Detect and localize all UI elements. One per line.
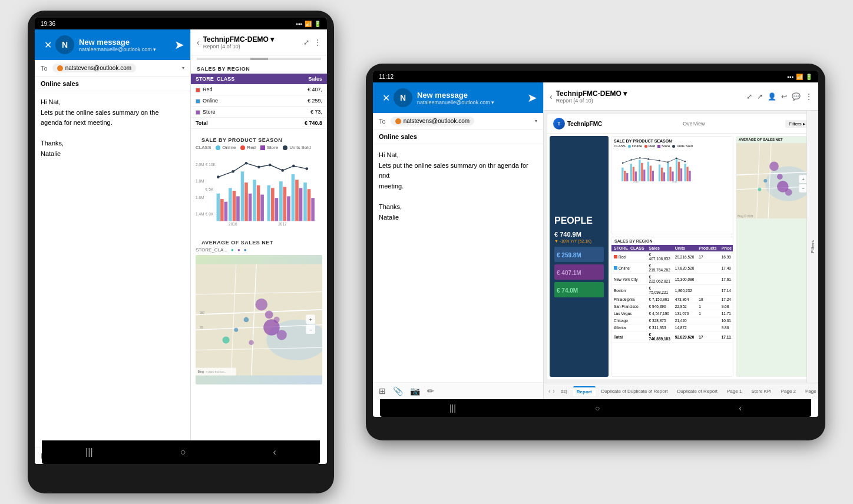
svg-rect-80 [659, 164, 660, 181]
large-email-title: New message [417, 91, 494, 100]
svg-point-93 [630, 159, 632, 161]
large-nav-home-icon[interactable]: ○ [595, 403, 600, 413]
large-to-chip[interactable]: natstevens@outlook.com [391, 117, 474, 125]
svg-point-56 [273, 317, 279, 323]
large-split-view: ✕ N New message nataleemanuelle@outlook.… [373, 82, 818, 399]
svg-rect-14 [233, 191, 236, 221]
large-nav-apps-icon[interactable]: ||| [449, 403, 456, 413]
small-close-button[interactable]: ✕ [41, 38, 55, 52]
large-toolbar-edit-icon[interactable]: ✏ [427, 386, 434, 396]
small-nav-back-icon[interactable]: ‹ [273, 447, 276, 457]
svg-rect-15 [236, 196, 240, 221]
svg-rect-28 [292, 174, 295, 221]
large-report-card: T TechnipFMC Overview Filters ▸ PEOP [547, 114, 815, 379]
small-bottom-nav: ||| ○ ‹ [42, 440, 320, 464]
small-send-button[interactable]: ➤ [174, 38, 184, 52]
large-body-line6: Natalie [379, 213, 537, 223]
table-row: New York City € 222,062,821 15,300,086 1… [611, 274, 733, 285]
small-pbi-back[interactable]: ‹ [197, 38, 200, 47]
large-tab-dup-dup[interactable]: Duplicate of Duplicate of Report [598, 387, 672, 396]
large-tab-storekpi[interactable]: Store KPI [748, 387, 775, 396]
svg-point-113 [758, 188, 761, 191]
large-row5-products: 18 [696, 296, 719, 303]
large-row2-class: Online [611, 263, 647, 274]
large-tab-next[interactable]: › [553, 388, 554, 394]
table-row-total: Total € 740,859,183 52,829,620 17 17.11 … [611, 331, 733, 343]
large-kpi4-value: € 74.0M [557, 287, 578, 294]
small-pbi-expand-icon[interactable]: ⤢ [303, 38, 309, 47]
large-pbi-person-icon[interactable]: 👤 [768, 92, 776, 101]
small-email-title: New message [79, 38, 156, 47]
large-tab-ds[interactable]: ds) [557, 387, 571, 396]
large-row4-units: 1,860,232 [673, 285, 697, 296]
small-th-sales: Sales [278, 74, 327, 84]
small-pbi-more-icon[interactable]: ⋮ [314, 38, 321, 47]
large-pbi-back[interactable]: ‹ [550, 92, 553, 101]
svg-text:+: + [802, 177, 805, 182]
small-scroll-thumb [250, 58, 268, 60]
large-kpi2-value: € 259.8M [557, 252, 581, 258]
large-filters-panel[interactable]: Filters [806, 134, 815, 379]
large-email-body[interactable]: Hi Nat, Lets put the online sales summar… [373, 144, 543, 382]
large-row4-products [696, 285, 719, 296]
small-row-store-label: Store [191, 107, 278, 118]
large-toolbar-attach-icon[interactable]: 📎 [393, 386, 403, 396]
svg-text:287: 287 [200, 311, 205, 314]
large-kpi3-value: € 407.1M [557, 270, 581, 276]
large-toolbar-photo-icon[interactable]: 📷 [410, 386, 420, 396]
large-tab-page3[interactable]: Page 3 [802, 387, 818, 396]
large-tab-report[interactable]: Report [573, 386, 596, 396]
large-row1-sales: € 407,106,832 [647, 251, 673, 263]
small-to-chip-dot [57, 65, 63, 71]
large-wifi-icon: 📶 [796, 74, 803, 80]
small-body-line5: Thanks, [41, 138, 184, 149]
large-chart-title: SALE BY PRODUCT SEASON [614, 139, 730, 143]
large-pbi-share-icon[interactable]: ↗ [757, 92, 763, 101]
large-tab-dup[interactable]: Duplicate of Report [674, 387, 721, 396]
svg-text:−: − [309, 327, 312, 333]
large-row6-class: San Francisco [611, 303, 647, 310]
large-pbi-header-icons: ⤢ ↗ 👤 ↩ 💬 ⋮ [746, 92, 812, 101]
large-to-chip-dot [395, 118, 401, 124]
large-region-table-content: STORE_CLASS Sales Units Products Price P… [611, 245, 733, 343]
large-tab-prev[interactable]: ‹ [548, 388, 550, 394]
large-toolbar-format-icon[interactable]: ⊞ [379, 386, 386, 396]
svg-point-35 [232, 170, 234, 173]
small-email-subtitle: nataleemanuelle@outlook.com ▾ [79, 47, 156, 52]
large-map-card: AVERAGE OF SALES NET [736, 136, 812, 377]
small-nav-home-icon[interactable]: ○ [180, 447, 186, 457]
small-section-chart-title: SALE BY PRODUCT SEASON [196, 134, 322, 145]
large-pbi-nav: ‹ TechnipFMC-DEMO ▾ Report (4 of 10) [550, 89, 627, 104]
small-nav-apps-icon[interactable]: ||| [85, 447, 92, 457]
large-row9-products [696, 324, 719, 331]
svg-point-92 [622, 162, 624, 164]
large-row7-class: Las Vegas [611, 310, 647, 317]
svg-text:2017: 2017 [672, 180, 677, 183]
large-close-button[interactable]: ✕ [379, 91, 394, 105]
large-row1-price: 16.99 [719, 251, 733, 263]
large-pbi-more-icon[interactable]: ⋮ [805, 92, 812, 101]
large-send-button[interactable]: ➤ [527, 91, 537, 105]
small-status-icons: ▪▪▪ 📶 🔋 [296, 21, 321, 27]
large-pbi-comment-icon[interactable]: 💬 [792, 92, 801, 101]
small-to-chip[interactable]: natstevens@outlook.com [52, 64, 136, 72]
large-th-products: Products [696, 245, 719, 251]
svg-text:1.8M: 1.8M [196, 179, 204, 183]
small-row-store-sales: € 73, [278, 107, 327, 118]
large-kpi1-value: € 740.9M [554, 231, 604, 238]
large-pbi-undo-icon[interactable]: ↩ [781, 92, 787, 101]
large-email-avatar: N [394, 88, 412, 107]
large-tab-page1[interactable]: Page 1 [723, 387, 745, 396]
small-to-address: natstevens@outlook.com [65, 65, 131, 71]
svg-point-96 [659, 160, 660, 162]
large-nav-back-icon[interactable]: ‹ [739, 403, 742, 413]
large-th-units: Units [673, 245, 697, 251]
large-row5-sales: € 7,150,861 [647, 296, 673, 303]
large-filter-button[interactable]: Filters ▸ [785, 120, 809, 128]
large-row8-price: 10.01 [719, 317, 733, 324]
large-tab-page2[interactable]: Page 2 [778, 387, 799, 396]
large-pbi-expand-icon[interactable]: ⤢ [746, 92, 752, 101]
legend-store: Store [657, 144, 670, 148]
large-th-class: STORE_CLASS [611, 245, 647, 251]
small-email-body[interactable]: Hi Nat, Lets put the online sales summar… [35, 91, 190, 447]
